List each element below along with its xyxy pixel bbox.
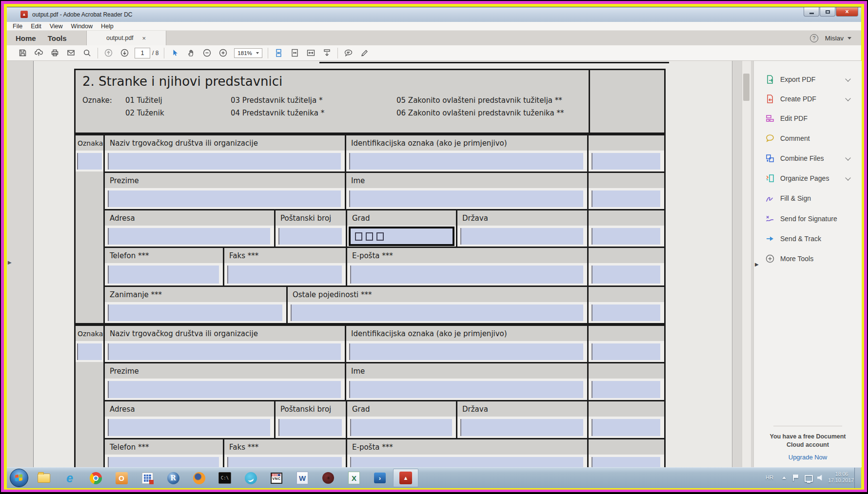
fit-visible-icon[interactable] xyxy=(319,47,335,59)
input-extra-p2-r4[interactable] xyxy=(592,457,660,467)
tab-document[interactable]: output.pdf × xyxy=(86,31,166,45)
minimize-button[interactable] xyxy=(804,7,819,17)
input-identifier-p1[interactable] xyxy=(349,153,583,170)
taskbar-outlook[interactable]: O xyxy=(109,469,134,487)
input-identifier-p2[interactable] xyxy=(349,343,583,360)
user-menu[interactable]: Mislav xyxy=(825,35,844,42)
panel-item-create-pdf[interactable]: Create PDF xyxy=(754,92,862,106)
taskbar-excel[interactable]: X xyxy=(341,469,367,487)
input-extra-p1-r1[interactable] xyxy=(592,153,660,170)
input-extra-p1-r3[interactable] xyxy=(592,228,660,245)
pencil-icon[interactable] xyxy=(356,47,373,59)
input-country-p1[interactable] xyxy=(460,228,583,245)
print-icon[interactable] xyxy=(47,47,63,59)
input-company-p1[interactable] xyxy=(108,153,341,170)
taskbar-internet-explorer[interactable]: e xyxy=(57,469,82,487)
tab-close-icon[interactable]: × xyxy=(142,35,146,42)
comment-bubble-icon[interactable] xyxy=(340,47,356,59)
taskbar-app-grid[interactable] xyxy=(135,469,160,487)
menu-help[interactable]: Help xyxy=(101,23,114,30)
menu-file[interactable]: File xyxy=(13,23,22,30)
input-email-p1[interactable] xyxy=(350,266,583,284)
input-company-p2[interactable] xyxy=(108,343,341,360)
input-code-p2[interactable] xyxy=(77,343,102,360)
panel-item-more-tools[interactable]: More Tools xyxy=(754,251,862,266)
tray-hidden-icons-icon[interactable] xyxy=(782,476,786,479)
page-number-input[interactable]: 1 xyxy=(135,48,150,58)
input-extra-p1-r5[interactable] xyxy=(592,304,660,321)
input-surname-p1[interactable] xyxy=(108,190,341,207)
taskbar-messenger[interactable] xyxy=(238,469,263,487)
input-fax-p1[interactable] xyxy=(227,266,342,284)
panel-item-edit-pdf[interactable]: Edit PDF xyxy=(754,111,862,126)
tab-home[interactable]: Home xyxy=(10,34,42,42)
input-other-details-p1[interactable] xyxy=(291,304,583,321)
input-first-name-p1[interactable] xyxy=(349,190,583,207)
upload-cloud-icon[interactable] xyxy=(31,47,47,59)
input-fax-p2[interactable] xyxy=(227,457,342,467)
taskbar-terminal[interactable]: C:\ xyxy=(212,469,237,487)
panel-item-comment[interactable]: Comment xyxy=(754,131,862,146)
input-occupation-p1[interactable] xyxy=(108,304,282,321)
input-city-p1-focused[interactable] xyxy=(349,227,454,246)
hand-tool-icon[interactable] xyxy=(183,47,199,59)
user-caret-icon[interactable] xyxy=(848,37,851,39)
show-desktop-button[interactable] xyxy=(854,468,861,488)
save-icon[interactable] xyxy=(15,47,31,59)
input-extra-p2-r2[interactable] xyxy=(592,381,660,398)
chevron-down-icon[interactable] xyxy=(845,175,850,180)
panel-item-organize-pages[interactable]: Organize Pages xyxy=(754,171,862,186)
page-scroll-icon[interactable] xyxy=(271,47,287,59)
zoom-level-dropdown[interactable]: 181% xyxy=(234,48,262,58)
taskbar-chrome[interactable] xyxy=(83,469,108,487)
chevron-down-icon[interactable] xyxy=(845,95,850,101)
maximize-button[interactable] xyxy=(820,7,835,17)
chevron-down-icon[interactable] xyxy=(845,76,850,81)
panel-item-export-pdf[interactable]: Export PDF xyxy=(754,72,862,87)
taskbar-adobe-reader-active[interactable]: ▲ xyxy=(393,469,418,487)
input-country-p2[interactable] xyxy=(460,419,583,436)
tray-network-icon[interactable] xyxy=(805,475,813,482)
taskbar-powershell[interactable]: › xyxy=(367,469,393,487)
fit-page-icon[interactable] xyxy=(287,47,303,59)
input-extra-p1-r4[interactable] xyxy=(592,266,660,284)
panel-item-send-for-signature[interactable]: Send for Signature xyxy=(754,211,862,226)
taskbar-r-project[interactable]: R xyxy=(160,469,186,487)
help-icon[interactable]: ? xyxy=(810,34,818,42)
menu-view[interactable]: View xyxy=(50,23,63,30)
taskbar-explorer[interactable] xyxy=(31,469,57,487)
email-icon[interactable] xyxy=(63,47,79,59)
input-extra-p1-r2[interactable] xyxy=(592,190,660,207)
zoom-out-icon[interactable] xyxy=(199,47,215,59)
tray-action-center-icon[interactable] xyxy=(793,475,799,481)
menu-window[interactable]: Window xyxy=(71,23,93,30)
panel-item-combine-files[interactable]: Combine Files xyxy=(754,151,862,166)
window-titlebar[interactable]: ▲ output.pdf - Adobe Acrobat Reader DC × xyxy=(7,7,861,22)
input-address-p1[interactable] xyxy=(108,228,270,245)
input-phone-p1[interactable] xyxy=(108,266,219,284)
input-first-name-p2[interactable] xyxy=(349,381,583,398)
search-icon[interactable] xyxy=(79,47,95,59)
select-cursor-icon[interactable] xyxy=(167,47,183,59)
input-code-p1[interactable] xyxy=(77,153,102,170)
panel-item-fill-sign[interactable]: Fill & Sign xyxy=(754,191,862,206)
input-postal-p2[interactable] xyxy=(278,419,342,436)
input-email-p2[interactable] xyxy=(350,457,583,467)
taskbar-word[interactable]: W xyxy=(290,469,315,487)
close-button[interactable]: × xyxy=(836,7,858,17)
input-postal-p1[interactable] xyxy=(278,228,342,245)
input-extra-p2-r3[interactable] xyxy=(592,419,660,436)
document-scrollbar[interactable] xyxy=(742,61,751,467)
upgrade-now-link[interactable]: Upgrade Now xyxy=(754,454,862,461)
tray-volume-icon[interactable] xyxy=(817,475,825,481)
taskbar-settings[interactable]: ✳ xyxy=(316,469,341,487)
chevron-down-icon[interactable] xyxy=(845,155,850,160)
taskbar-firefox[interactable] xyxy=(186,469,212,487)
taskbar-vnc[interactable]: VNC xyxy=(264,469,289,487)
menu-edit[interactable]: Edit xyxy=(31,23,41,30)
page-up-icon[interactable] xyxy=(100,47,117,59)
input-phone-p2[interactable] xyxy=(108,457,219,467)
zoom-in-icon[interactable] xyxy=(215,47,231,59)
tab-tools[interactable]: Tools xyxy=(42,34,73,42)
scrollbar-thumb[interactable] xyxy=(743,74,750,101)
